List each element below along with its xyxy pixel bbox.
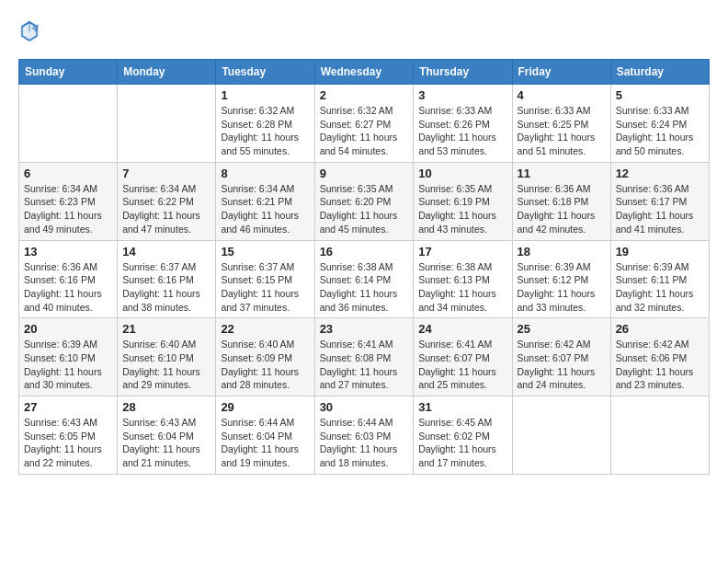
day-info: Sunrise: 6:35 AM Sunset: 6:20 PM Dayligh…	[320, 182, 409, 236]
calendar-cell	[610, 396, 709, 475]
day-info: Sunrise: 6:33 AM Sunset: 6:24 PM Dayligh…	[616, 104, 704, 158]
calendar-cell: 25Sunrise: 6:42 AM Sunset: 6:07 PM Dayli…	[512, 318, 610, 396]
calendar-cell: 13Sunrise: 6:36 AM Sunset: 6:16 PM Dayli…	[19, 240, 118, 318]
day-header-wednesday: Wednesday	[314, 60, 414, 85]
day-number: 29	[221, 400, 309, 414]
day-info: Sunrise: 6:36 AM Sunset: 6:17 PM Dayligh…	[616, 182, 704, 236]
calendar-cell: 11Sunrise: 6:36 AM Sunset: 6:18 PM Dayli…	[512, 162, 610, 240]
day-header-sunday: Sunday	[19, 60, 118, 85]
day-info: Sunrise: 6:43 AM Sunset: 6:04 PM Dayligh…	[122, 416, 210, 470]
calendar-cell: 2Sunrise: 6:32 AM Sunset: 6:27 PM Daylig…	[314, 85, 414, 163]
day-number: 14	[122, 245, 210, 259]
day-number: 31	[418, 400, 506, 414]
day-info: Sunrise: 6:32 AM Sunset: 6:27 PM Dayligh…	[320, 104, 409, 158]
day-info: Sunrise: 6:36 AM Sunset: 6:18 PM Dayligh…	[518, 182, 606, 236]
calendar-cell: 28Sunrise: 6:43 AM Sunset: 6:04 PM Dayli…	[118, 396, 216, 475]
day-header-tuesday: Tuesday	[216, 60, 314, 85]
day-info: Sunrise: 6:44 AM Sunset: 6:04 PM Dayligh…	[221, 416, 309, 470]
day-info: Sunrise: 6:41 AM Sunset: 6:07 PM Dayligh…	[418, 338, 506, 392]
day-number: 17	[418, 245, 506, 259]
day-header-friday: Friday	[512, 60, 610, 85]
day-info: Sunrise: 6:41 AM Sunset: 6:08 PM Dayligh…	[320, 338, 409, 392]
calendar-cell: 21Sunrise: 6:40 AM Sunset: 6:10 PM Dayli…	[118, 318, 216, 396]
calendar-cell: 6Sunrise: 6:34 AM Sunset: 6:23 PM Daylig…	[19, 162, 118, 240]
calendar-cell: 29Sunrise: 6:44 AM Sunset: 6:04 PM Dayli…	[216, 396, 314, 475]
calendar-cell	[118, 85, 216, 163]
calendar-cell: 23Sunrise: 6:41 AM Sunset: 6:08 PM Dayli…	[314, 318, 414, 396]
page-header	[18, 18, 710, 44]
day-number: 13	[24, 245, 112, 259]
calendar-cell: 17Sunrise: 6:38 AM Sunset: 6:13 PM Dayli…	[414, 240, 512, 318]
day-number: 18	[518, 245, 606, 259]
day-info: Sunrise: 6:33 AM Sunset: 6:26 PM Dayligh…	[418, 104, 506, 158]
day-number: 20	[24, 322, 112, 336]
day-info: Sunrise: 6:34 AM Sunset: 6:21 PM Dayligh…	[221, 182, 309, 236]
day-number: 16	[320, 245, 409, 259]
calendar-cell: 20Sunrise: 6:39 AM Sunset: 6:10 PM Dayli…	[19, 318, 118, 396]
day-info: Sunrise: 6:39 AM Sunset: 6:12 PM Dayligh…	[518, 260, 606, 315]
day-number: 2	[320, 88, 409, 102]
day-number: 26	[616, 322, 704, 336]
calendar-cell: 7Sunrise: 6:34 AM Sunset: 6:22 PM Daylig…	[118, 162, 216, 240]
calendar-cell: 4Sunrise: 6:33 AM Sunset: 6:25 PM Daylig…	[512, 85, 610, 163]
calendar-week-3: 13Sunrise: 6:36 AM Sunset: 6:16 PM Dayli…	[19, 240, 710, 318]
day-info: Sunrise: 6:32 AM Sunset: 6:28 PM Dayligh…	[221, 104, 309, 158]
day-info: Sunrise: 6:33 AM Sunset: 6:25 PM Dayligh…	[518, 104, 606, 158]
day-header-thursday: Thursday	[414, 60, 512, 85]
calendar-header: SundayMondayTuesdayWednesdayThursdayFrid…	[19, 60, 710, 85]
calendar-cell: 5Sunrise: 6:33 AM Sunset: 6:24 PM Daylig…	[610, 85, 709, 163]
day-number: 3	[418, 88, 506, 102]
day-info: Sunrise: 6:43 AM Sunset: 6:05 PM Dayligh…	[24, 416, 112, 470]
day-number: 15	[221, 245, 309, 259]
calendar-cell: 27Sunrise: 6:43 AM Sunset: 6:05 PM Dayli…	[19, 396, 118, 475]
day-number: 22	[221, 322, 309, 336]
day-info: Sunrise: 6:37 AM Sunset: 6:15 PM Dayligh…	[221, 260, 309, 315]
day-number: 25	[518, 322, 606, 336]
day-number: 30	[320, 400, 409, 414]
logo-icon	[18, 18, 40, 44]
day-info: Sunrise: 6:38 AM Sunset: 6:13 PM Dayligh…	[418, 260, 506, 315]
calendar-cell: 10Sunrise: 6:35 AM Sunset: 6:19 PM Dayli…	[414, 162, 512, 240]
day-number: 1	[221, 88, 309, 102]
day-info: Sunrise: 6:37 AM Sunset: 6:16 PM Dayligh…	[122, 260, 210, 315]
day-info: Sunrise: 6:36 AM Sunset: 6:16 PM Dayligh…	[24, 260, 112, 315]
calendar-cell: 18Sunrise: 6:39 AM Sunset: 6:12 PM Dayli…	[512, 240, 610, 318]
calendar-cell: 16Sunrise: 6:38 AM Sunset: 6:14 PM Dayli…	[314, 240, 414, 318]
day-number: 9	[320, 167, 409, 180]
day-info: Sunrise: 6:34 AM Sunset: 6:22 PM Dayligh…	[122, 182, 210, 236]
day-number: 19	[616, 245, 704, 259]
day-info: Sunrise: 6:38 AM Sunset: 6:14 PM Dayligh…	[320, 260, 409, 315]
calendar-cell: 15Sunrise: 6:37 AM Sunset: 6:15 PM Dayli…	[216, 240, 314, 318]
day-number: 24	[418, 322, 506, 336]
day-number: 6	[24, 167, 112, 180]
calendar-cell: 1Sunrise: 6:32 AM Sunset: 6:28 PM Daylig…	[216, 85, 314, 163]
calendar-table: SundayMondayTuesdayWednesdayThursdayFrid…	[18, 59, 710, 475]
day-info: Sunrise: 6:34 AM Sunset: 6:23 PM Dayligh…	[24, 182, 112, 236]
calendar-cell	[19, 85, 118, 163]
day-header-monday: Monday	[118, 60, 216, 85]
day-number: 27	[24, 400, 112, 414]
day-info: Sunrise: 6:42 AM Sunset: 6:06 PM Dayligh…	[616, 338, 704, 392]
calendar-cell: 9Sunrise: 6:35 AM Sunset: 6:20 PM Daylig…	[314, 162, 414, 240]
calendar-cell: 30Sunrise: 6:44 AM Sunset: 6:03 PM Dayli…	[314, 396, 414, 475]
calendar-cell: 24Sunrise: 6:41 AM Sunset: 6:07 PM Dayli…	[414, 318, 512, 396]
day-number: 8	[221, 167, 309, 180]
day-info: Sunrise: 6:39 AM Sunset: 6:10 PM Dayligh…	[24, 338, 112, 392]
calendar-week-1: 1Sunrise: 6:32 AM Sunset: 6:28 PM Daylig…	[19, 85, 710, 163]
day-number: 12	[616, 167, 704, 180]
calendar-cell: 14Sunrise: 6:37 AM Sunset: 6:16 PM Dayli…	[118, 240, 216, 318]
logo	[18, 18, 44, 44]
day-header-saturday: Saturday	[610, 60, 709, 85]
day-info: Sunrise: 6:40 AM Sunset: 6:10 PM Dayligh…	[122, 338, 210, 392]
calendar-cell: 22Sunrise: 6:40 AM Sunset: 6:09 PM Dayli…	[216, 318, 314, 396]
calendar-week-5: 27Sunrise: 6:43 AM Sunset: 6:05 PM Dayli…	[19, 396, 710, 475]
calendar-cell: 31Sunrise: 6:45 AM Sunset: 6:02 PM Dayli…	[414, 396, 512, 475]
calendar-cell: 19Sunrise: 6:39 AM Sunset: 6:11 PM Dayli…	[610, 240, 709, 318]
day-number: 7	[122, 167, 210, 180]
day-info: Sunrise: 6:35 AM Sunset: 6:19 PM Dayligh…	[418, 182, 506, 236]
calendar-cell: 3Sunrise: 6:33 AM Sunset: 6:26 PM Daylig…	[414, 85, 512, 163]
calendar-cell	[512, 396, 610, 475]
day-info: Sunrise: 6:45 AM Sunset: 6:02 PM Dayligh…	[418, 416, 506, 470]
calendar-cell: 8Sunrise: 6:34 AM Sunset: 6:21 PM Daylig…	[216, 162, 314, 240]
day-info: Sunrise: 6:40 AM Sunset: 6:09 PM Dayligh…	[221, 338, 309, 392]
